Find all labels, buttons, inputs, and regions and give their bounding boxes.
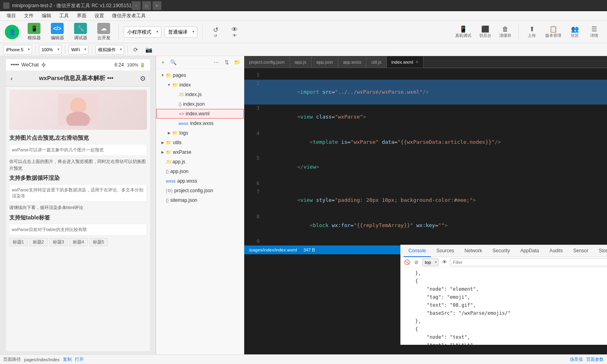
search-button[interactable]: 🔍 xyxy=(169,58,178,67)
tree-item-index-folder[interactable]: ▼ 📁 index xyxy=(156,80,244,90)
tree-item-logs[interactable]: ▶ 📁 logs xyxy=(156,128,244,138)
tab-close-index-wxml[interactable]: × xyxy=(416,59,418,65)
filetree-content[interactable]: ▼ 📁 pages ▼ 📁 index JS index.js {} index… xyxy=(156,69,244,354)
tab-util-js[interactable]: util.js xyxy=(366,56,386,68)
mode-select[interactable]: 小程序模式 xyxy=(124,26,161,38)
devicebar-sep-1 xyxy=(35,46,36,54)
pages-toggle[interactable]: ▼ xyxy=(159,73,166,77)
utils-toggle[interactable]: ▶ xyxy=(159,141,166,145)
console-content[interactable]: }, { "node": "element", "tag": "emoji", … xyxy=(400,267,607,345)
minimize-button[interactable]: － xyxy=(132,1,141,10)
index-folder-toggle[interactable]: ▼ xyxy=(166,83,172,87)
community-button[interactable]: 👥 社区 xyxy=(567,24,583,40)
code-text-7: <view style="padding: 20px 10px; backgro… xyxy=(266,188,476,213)
debugger-button[interactable]: 🔧 调试器 xyxy=(70,21,90,42)
tree-item-app-js[interactable]: JS app.js xyxy=(156,157,244,167)
sort-button[interactable]: ⇅ xyxy=(222,58,231,67)
tree-item-utils[interactable]: ▶ 📁 utils xyxy=(156,138,244,147)
mode-select-wrapper: 小程序模式 xyxy=(124,26,161,38)
window-controls: － □ × xyxy=(132,1,161,10)
devtools-tab-security[interactable]: Security xyxy=(488,245,515,257)
devtools-tab-storage[interactable]: Storage xyxy=(594,245,607,257)
more-button[interactable]: ☰ 详情 xyxy=(586,24,602,40)
cloud-button[interactable]: ☁ 云开发 xyxy=(94,21,114,42)
devtools-tab-appdata[interactable]: AppData xyxy=(515,245,544,257)
cut-back-button[interactable]: ⬛ 切后台 xyxy=(477,24,494,40)
menubar-item-项目[interactable]: 项目 xyxy=(3,12,19,20)
refresh-button[interactable]: ↺ ↺ xyxy=(207,24,223,40)
filter-input[interactable] xyxy=(450,258,607,266)
zoom-select[interactable]: 100% xyxy=(39,45,62,54)
tab-project-config[interactable]: project.config.json xyxy=(244,56,290,68)
tag-5[interactable]: 标题5 xyxy=(89,238,108,246)
tag-2[interactable]: 标题2 xyxy=(29,238,48,246)
toolbar: 👤 📱 模拟器 </> 编辑器 🔧 调试器 ☁ 云开发 小程序模式 普通编译 ↺… xyxy=(0,21,607,43)
device-select[interactable]: iPhone 5 xyxy=(3,45,32,54)
tag-1[interactable]: 标题1 xyxy=(9,238,28,246)
operation-select[interactable]: 模拟操作 xyxy=(95,45,124,54)
console-line-1: }, xyxy=(404,269,607,277)
menubar-item-文件[interactable]: 文件 xyxy=(21,12,37,20)
compile-select[interactable]: 普通编译 xyxy=(165,26,197,38)
filetree-more-button[interactable]: ⋯ xyxy=(212,58,221,67)
devtools-tab-sources[interactable]: Sources xyxy=(432,245,459,257)
appjs-icon: JS xyxy=(166,159,171,164)
new-folder-button[interactable]: 📁 xyxy=(233,58,241,67)
tree-item-index-wxml[interactable]: <> index.wxml xyxy=(156,109,244,119)
copy-link[interactable]: 复制 xyxy=(63,356,72,362)
real-debug-button[interactable]: 📱 真机调试 xyxy=(453,24,474,40)
menubar-item-微信开发者工具[interactable]: 微信开发者工具 xyxy=(109,12,149,20)
rotate-button[interactable]: ⟳ xyxy=(131,45,141,54)
editor-content[interactable]: 1 2 <import src="../../wxParse/wxParse.w… xyxy=(244,68,607,245)
editor-wrapper: project.config.json app.js app.json app.… xyxy=(244,56,607,354)
page-params-link[interactable]: 页面参数 xyxy=(586,356,604,362)
menubar-item-工具[interactable]: 工具 xyxy=(56,12,72,20)
nav-camera-icon[interactable]: ⊙ xyxy=(140,74,145,82)
logs-toggle[interactable]: ▶ xyxy=(166,131,172,135)
tree-item-app-json[interactable]: {} app.json xyxy=(156,167,244,176)
field-values-link[interactable]: 场景值 xyxy=(570,356,583,362)
tree-item-sitemap[interactable]: {} sitemap.json xyxy=(156,195,244,205)
editor-button[interactable]: </> 编辑器 xyxy=(47,21,67,42)
version-mgr-button[interactable]: 📋 版本管理 xyxy=(543,24,564,40)
phone-image[interactable] xyxy=(9,90,147,130)
devicebar: iPhone 5 100% WiFi 模拟操作 ⟳ 📷 xyxy=(0,43,607,56)
close-button[interactable]: × xyxy=(153,1,161,10)
devtools-tab-sensor[interactable]: Sensor xyxy=(569,245,593,257)
menubar-item-编辑[interactable]: 编辑 xyxy=(38,12,54,20)
tab-app-json[interactable]: app.json xyxy=(312,56,338,68)
tab-app-wxss[interactable]: app.wxss xyxy=(338,56,367,68)
pause-button[interactable]: ⊘ xyxy=(412,258,420,266)
add-file-button[interactable]: + xyxy=(159,58,167,67)
screenshot-button[interactable]: 📷 xyxy=(144,45,153,54)
tab-app-js[interactable]: app.js xyxy=(290,56,312,68)
tree-item-wxparse[interactable]: ▶ 📁 wxParse xyxy=(156,147,244,157)
upload-button[interactable]: ⬆ 上传 xyxy=(524,24,540,40)
menubar-item-界面[interactable]: 界面 xyxy=(74,12,90,20)
signal-dots: ••••• xyxy=(11,62,19,68)
simulator-button[interactable]: 📱 模拟器 xyxy=(24,21,44,42)
devtools-tab-network[interactable]: Network xyxy=(460,245,487,257)
clear-cache-button[interactable]: 🗑 清缓存 xyxy=(497,24,514,40)
tab-index-wxml[interactable]: index.wxml × xyxy=(387,56,424,68)
tree-item-index-json[interactable]: {} index.json xyxy=(156,99,244,109)
tree-item-index-js[interactable]: JS index.js xyxy=(156,90,244,99)
tree-item-index-wxss[interactable]: wxss index.wxss xyxy=(156,119,244,128)
tree-item-pages[interactable]: ▼ 📁 pages xyxy=(156,70,244,80)
maximize-button[interactable]: □ xyxy=(142,1,151,10)
context-select[interactable]: top xyxy=(422,258,439,266)
tag-3[interactable]: 标题3 xyxy=(49,238,68,246)
preview-button[interactable]: 👁 👁 xyxy=(227,24,243,39)
devtools-tab-audits[interactable]: Audits xyxy=(545,245,567,257)
devtools-tab-console[interactable]: Console xyxy=(404,245,431,257)
phone-content[interactable]: 支持图片点击预览,左右滑动预览 wxParse可以讲一篇文象中的几个图片一起预览… xyxy=(6,86,150,351)
tree-item-app-wxss[interactable]: wxss app.wxss xyxy=(156,176,244,186)
clear-console-button[interactable]: 🚫 xyxy=(403,258,411,266)
open-link[interactable]: 打开 xyxy=(75,356,84,362)
network-select[interactable]: WiFi xyxy=(68,45,88,54)
eye-button[interactable]: 👁 xyxy=(440,258,448,266)
tag-4[interactable]: 标题4 xyxy=(69,238,88,246)
tree-item-project-config[interactable]: {⚙} project.config.json xyxy=(156,186,244,195)
wxparse-toggle[interactable]: ▶ xyxy=(159,150,166,154)
menubar-item-设置[interactable]: 设置 xyxy=(91,12,107,20)
